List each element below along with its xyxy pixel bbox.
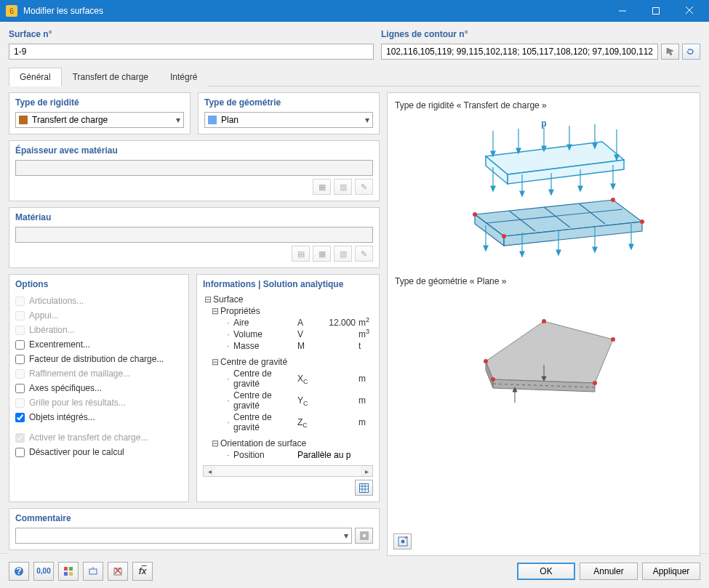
close-button[interactable] bbox=[673, 0, 706, 22]
svg-rect-10 bbox=[362, 533, 366, 538]
maximize-button[interactable] bbox=[639, 0, 673, 22]
color-button[interactable] bbox=[58, 562, 79, 581]
info-orientation: Orientation de surface bbox=[220, 438, 373, 448]
material-new-button: ▦ bbox=[313, 246, 331, 262]
svg-point-62 bbox=[542, 319, 546, 323]
svg-rect-74 bbox=[64, 567, 68, 571]
info-table-button[interactable] bbox=[355, 480, 373, 496]
help-button[interactable]: ? bbox=[9, 562, 29, 581]
option-deactivate-calc[interactable]: Désactiver pour le calcul bbox=[15, 445, 183, 459]
thickness-new-button: ▦ bbox=[313, 179, 331, 195]
delete-button[interactable] bbox=[108, 562, 128, 581]
geometry-value: Plan bbox=[221, 115, 239, 125]
function-button[interactable]: fx bbox=[132, 562, 153, 581]
svg-marker-33 bbox=[578, 186, 582, 191]
svg-marker-31 bbox=[549, 190, 553, 195]
option-distribution[interactable]: Facteur de distribution de charge... bbox=[15, 352, 183, 366]
svg-marker-50 bbox=[520, 251, 524, 257]
titlebar: 6 Modifier les surfaces bbox=[0, 0, 709, 22]
material-heading: Matériau bbox=[15, 212, 373, 222]
svg-marker-57 bbox=[486, 321, 613, 383]
thickness-input bbox=[15, 160, 373, 176]
tab-integrated[interactable]: Intégré bbox=[159, 68, 208, 86]
pick-tool-button[interactable] bbox=[661, 44, 679, 60]
chevron-down-icon: ▾ bbox=[344, 531, 348, 541]
apply-button[interactable]: Appliquer bbox=[642, 563, 700, 580]
loop-select-button[interactable] bbox=[682, 44, 700, 60]
load-label: p bbox=[541, 118, 546, 129]
stiffness-select[interactable]: Transfert de charge ▾ bbox=[15, 112, 184, 128]
svg-marker-56 bbox=[629, 244, 633, 249]
svg-marker-48 bbox=[484, 246, 488, 251]
view-button[interactable] bbox=[83, 562, 103, 581]
svg-point-61 bbox=[484, 359, 488, 363]
svg-rect-75 bbox=[69, 567, 73, 571]
thickness-edit-button: ✎ bbox=[355, 179, 373, 195]
material-pick-button: ▥ bbox=[334, 246, 352, 262]
contour-lines-label: Lignes de contour n° bbox=[381, 29, 700, 39]
scroll-right-button[interactable]: ▸ bbox=[361, 466, 372, 476]
svg-rect-76 bbox=[64, 572, 68, 576]
cancel-button[interactable]: Annuler bbox=[580, 563, 638, 580]
comment-edit-button[interactable] bbox=[355, 528, 373, 544]
stiffness-value: Transfert de charge bbox=[32, 115, 108, 125]
preview-load-transfer: p bbox=[395, 116, 692, 262]
svg-rect-78 bbox=[89, 569, 97, 574]
dialog-footer: ? 0,00 fx OK Annuler Appliquer bbox=[0, 553, 709, 588]
svg-point-63 bbox=[611, 337, 615, 342]
info-surface: Surface bbox=[213, 294, 373, 305]
app-icon: 6 bbox=[6, 5, 17, 17]
comment-heading: Commentaire bbox=[15, 513, 373, 523]
tree-scroll: ◂ ▸ bbox=[203, 465, 373, 477]
option-eccentricity[interactable]: Excentrement... bbox=[15, 337, 183, 352]
comment-select[interactable]: ▾ bbox=[15, 528, 352, 544]
svg-rect-4 bbox=[360, 483, 369, 492]
scroll-left-button[interactable]: ◂ bbox=[204, 466, 215, 476]
option-support: Appui... bbox=[15, 308, 183, 323]
option-integrated[interactable]: Objets intégrés... bbox=[15, 410, 183, 424]
svg-point-64 bbox=[593, 381, 597, 385]
units-button[interactable]: 0,00 bbox=[33, 562, 54, 581]
tab-transfer[interactable]: Transfert de charge bbox=[62, 68, 159, 86]
tab-general[interactable]: Général bbox=[9, 68, 62, 86]
thickness-lib-button: ▥ bbox=[334, 179, 352, 195]
option-axes[interactable]: Axes spécifiques... bbox=[15, 381, 183, 395]
options-heading: Options bbox=[15, 279, 183, 289]
minimize-button[interactable] bbox=[606, 0, 639, 22]
svg-marker-27 bbox=[491, 186, 495, 191]
contour-lines-input[interactable] bbox=[381, 44, 658, 60]
geometry-swatch bbox=[208, 116, 217, 124]
info-heading: Informations | Solution analytique bbox=[203, 279, 373, 289]
svg-rect-77 bbox=[69, 572, 73, 576]
preview-heading-1: Type de rigidité « Transfert de charge » bbox=[395, 100, 692, 110]
surface-no-input[interactable] bbox=[9, 44, 374, 60]
geometry-select[interactable]: Plan ▾ bbox=[204, 112, 373, 128]
option-grid: Grille pour les résultats... bbox=[15, 395, 183, 410]
svg-point-43 bbox=[473, 212, 477, 217]
preview-options-button[interactable] bbox=[393, 533, 412, 549]
surface-no-label: Surface n° bbox=[9, 29, 374, 39]
svg-point-44 bbox=[611, 198, 615, 202]
svg-rect-80 bbox=[114, 568, 121, 575]
stiffness-swatch bbox=[19, 116, 28, 124]
window-title: Modifier les surfaces bbox=[23, 6, 606, 16]
chevron-down-icon: ▾ bbox=[365, 115, 369, 125]
geometry-heading: Type de géométrie bbox=[204, 97, 373, 108]
material-edit-button: ✎ bbox=[355, 246, 373, 262]
svg-point-46 bbox=[502, 234, 506, 238]
svg-text:?: ? bbox=[16, 566, 21, 576]
option-hinges: Articulations... bbox=[15, 294, 183, 308]
svg-marker-35 bbox=[611, 184, 615, 189]
svg-point-45 bbox=[640, 220, 644, 224]
svg-rect-1 bbox=[653, 8, 660, 15]
info-cog: Centre de gravité bbox=[220, 357, 373, 367]
thickness-heading: Épaisseur avec matériau bbox=[15, 145, 373, 156]
option-meshrefinement: Raffinement de maillage... bbox=[15, 366, 183, 381]
tab-bar: Général Transfert de charge Intégré bbox=[9, 67, 700, 86]
chevron-down-icon: ▾ bbox=[176, 115, 180, 125]
preview-plane bbox=[395, 292, 692, 416]
ok-button[interactable]: OK bbox=[517, 563, 575, 580]
material-library-button: ▤ bbox=[292, 246, 310, 262]
stiffness-heading: Type de rigidité bbox=[15, 97, 184, 108]
svg-point-71 bbox=[401, 540, 404, 544]
